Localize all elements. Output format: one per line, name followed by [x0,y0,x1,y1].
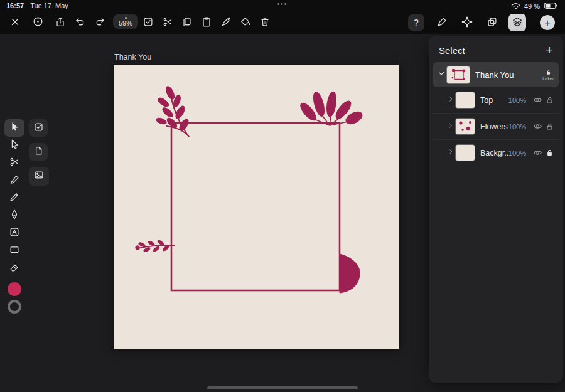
settings-button[interactable] [29,14,46,31]
chevron-down-icon[interactable] [436,68,446,81]
zoom-label: 59% [119,20,132,27]
undo-button[interactable] [71,14,89,31]
tool-node-select[interactable] [4,137,24,154]
layer-row-thank-you[interactable]: Thank You locked [433,62,559,87]
tool-pencil[interactable] [4,189,24,207]
copy-icon [181,16,193,29]
style-brush-icon [220,16,232,29]
fill-button[interactable] [237,14,254,31]
layer-row-top[interactable]: Top 100% [433,87,559,113]
layer-name: Thank You [475,70,542,80]
layer-opacity[interactable]: 100% [508,123,526,130]
quick-select-button[interactable] [29,119,48,137]
document-icon [33,146,44,159]
redo-icon [94,16,106,29]
main-toolbar: 59% [0,13,565,34]
lock-open-icon[interactable] [545,95,554,105]
add-layer-button[interactable]: + [546,45,553,56]
shape-tab-button[interactable] [458,14,476,31]
pages-icon [487,16,498,29]
tool-brush[interactable] [4,207,24,225]
help-label: ? [414,18,419,28]
diamond-nodes-icon [461,16,473,29]
cut-button[interactable] [159,14,176,31]
share-icon [55,16,66,29]
pencil-icon [9,191,20,205]
home-indicator[interactable] [207,386,358,389]
dial-icon [32,16,44,29]
brush-icon [9,209,20,223]
tool-scissors[interactable] [4,154,24,172]
layer-thumbnail[interactable] [446,66,470,84]
style-tab-button[interactable] [433,14,451,31]
visibility-eye-icon[interactable] [532,121,543,132]
battery-icon [544,2,559,11]
copy-button[interactable] [178,14,196,31]
scissors-icon [162,16,173,29]
paste-button[interactable] [198,14,215,31]
artwork-frame-flowers [114,65,399,349]
tool-select[interactable] [4,119,24,137]
layer-name: Top [480,96,508,105]
chevron-right-icon[interactable] [446,95,455,106]
layer-row-background[interactable]: Backgr... 100% [433,139,559,166]
panel-title: Select [439,45,465,56]
undo-icon [74,16,86,29]
checkbox-icon [143,16,154,29]
chevron-right-icon[interactable] [446,147,455,159]
lock-open-icon[interactable] [545,122,554,131]
stroke-color-swatch[interactable] [8,300,21,314]
cursor-icon [9,121,20,135]
delete-button[interactable] [256,14,274,31]
close-icon [9,16,21,29]
select-all-button[interactable] [139,14,157,31]
scissors-tool-icon [9,156,20,170]
visibility-eye-icon[interactable] [532,95,543,105]
text-icon [9,226,20,240]
paint-bucket-icon [240,16,251,29]
layer-opacity[interactable]: 100% [508,97,526,104]
close-button[interactable] [6,14,24,31]
layer-name: Flowers [480,122,508,131]
layer-thumbnail[interactable] [455,144,475,161]
layer-thumbnail[interactable] [455,92,475,109]
layer-thumbnail[interactable] [455,118,475,135]
pages-tab-button[interactable] [483,14,501,31]
style-copy-button[interactable] [217,14,235,31]
trash-icon [259,16,271,29]
artboard[interactable] [114,65,399,349]
eraser-icon [9,262,20,275]
layers-tab-button[interactable] [508,14,526,31]
header-bar: 16:57 Tue 17. May ••• 49 % [0,0,565,34]
zoom-button[interactable]: 59% [113,14,138,29]
lock-closed-icon[interactable] [545,148,554,157]
redo-button[interactable] [91,14,109,31]
help-button[interactable]: ? [408,14,424,31]
node-cursor-icon [9,139,20,152]
artboard-title[interactable]: Thank You [114,53,151,61]
wifi-icon [511,2,520,11]
quick-paste-button[interactable] [29,143,48,161]
chevron-right-icon[interactable] [446,121,455,132]
layer-opacity[interactable]: 100% [508,149,526,157]
zoom-dot [125,17,127,19]
check-square-icon [33,122,44,135]
app-window: 16:57 Tue 17. May ••• 49 % [0,0,565,392]
tool-knife[interactable] [4,172,24,189]
tool-palette [4,119,24,314]
visibility-eye-icon[interactable] [532,147,543,158]
knife-icon [9,174,20,188]
tool-text[interactable] [4,225,24,242]
share-button[interactable] [51,14,69,31]
tool-eraser[interactable] [4,260,24,277]
quick-image-button[interactable] [29,167,49,186]
add-button[interactable]: + [540,15,555,30]
tool-rectangle[interactable] [4,242,24,260]
battery-percent: 49 % [524,3,540,10]
layers-icon [512,16,523,29]
pen-icon [436,16,448,29]
fill-color-swatch[interactable] [8,282,21,296]
layer-lock-badge-label: locked [542,77,554,81]
layer-lock-badge[interactable]: locked [542,69,554,81]
layer-row-flowers[interactable]: Flowers 100% [433,113,559,139]
